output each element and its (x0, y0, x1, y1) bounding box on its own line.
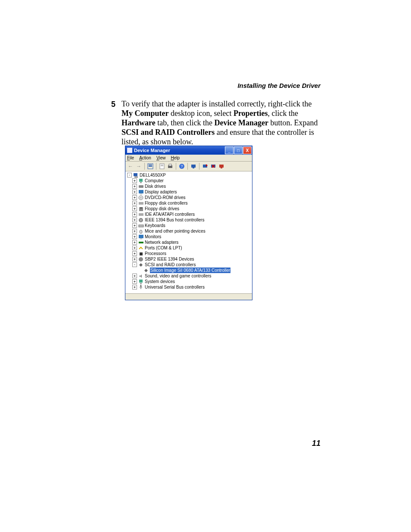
expand-icon[interactable]: + (132, 285, 137, 289)
tree-node-dvd[interactable]: +DVD/CD-ROM drives (127, 195, 250, 200)
document-page: Installing the Device Driver 5 To verify… (0, 0, 411, 532)
window-title: Device Manager (134, 148, 170, 153)
expand-icon[interactable]: + (132, 218, 137, 222)
tree-node-scsi[interactable]: -SCSI and RAID controllers (127, 262, 250, 268)
help-icon[interactable]: ? (178, 163, 185, 170)
forward-button[interactable]: → (135, 163, 142, 170)
label: Keyboards (145, 223, 165, 228)
expand-icon[interactable]: + (132, 246, 137, 250)
collapse-icon[interactable]: - (132, 262, 137, 267)
tree-node-ports[interactable]: +Ports (COM & LPT) (127, 245, 250, 251)
svg-point-39 (139, 257, 143, 261)
tree-node-monitors[interactable]: +Monitors (127, 234, 250, 240)
selected-device-label: Silicon Image SiI 0680 ATA/133 Controlle… (150, 268, 230, 273)
label: Display adapters (145, 189, 177, 195)
label: Monitors (145, 234, 161, 240)
bold-hardware: Hardware (121, 118, 156, 127)
expand-icon[interactable]: + (132, 223, 137, 228)
uninstall-icon[interactable] (210, 163, 217, 170)
svg-point-42 (140, 285, 141, 286)
expand-icon[interactable]: + (132, 240, 137, 245)
menu-file[interactable]: File (127, 156, 134, 160)
tree-node-fdd[interactable]: +Floppy disk drives (127, 206, 250, 212)
expand-icon[interactable]: + (132, 190, 137, 194)
maximize-button[interactable]: □ (234, 146, 243, 154)
device-icon[interactable] (190, 163, 197, 170)
tree-node-keyboards[interactable]: +Keyboards (127, 223, 250, 228)
svg-rect-1 (149, 165, 152, 165)
tree-node-computer[interactable]: +Computer (127, 178, 250, 184)
svg-text:Y: Y (140, 219, 142, 222)
tree-root[interactable]: - DELL4550XP (127, 172, 250, 178)
label: SBP2 IEEE 1394 Devices (145, 256, 194, 262)
collapse-icon[interactable]: - (127, 173, 132, 177)
expand-icon[interactable]: + (132, 212, 137, 217)
tree-node-processors[interactable]: +Processors (127, 251, 250, 256)
back-button[interactable]: ← (127, 163, 134, 170)
tree-node-sii-controller[interactable]: Silicon Image SiI 0680 ATA/133 Controlle… (127, 268, 250, 273)
svg-rect-18 (134, 173, 137, 176)
label: Network adapters (145, 240, 178, 245)
svg-rect-19 (134, 177, 138, 177)
expand-icon[interactable]: + (132, 257, 137, 261)
label: Computer (145, 178, 164, 184)
close-button[interactable]: X (243, 146, 252, 154)
expand-icon[interactable]: + (132, 178, 137, 183)
properties-icon[interactable] (159, 163, 165, 170)
label: Floppy disk controllers (145, 200, 187, 206)
network-icon (138, 240, 144, 245)
label: Processors (145, 251, 166, 256)
monitor-icon (138, 234, 144, 240)
expand-icon[interactable]: + (132, 229, 137, 233)
tree-node-display[interactable]: +Display adapters (127, 189, 250, 195)
menu-action[interactable]: Action (139, 156, 151, 160)
minimize-button[interactable]: _ (225, 146, 234, 154)
sound-icon (138, 274, 144, 279)
titlebar[interactable]: Device Manager _ □ X (125, 146, 252, 155)
expand-icon[interactable]: + (132, 251, 137, 256)
menu-view[interactable]: View (156, 156, 166, 160)
svg-rect-11 (193, 168, 194, 168)
tree-node-system[interactable]: +System devices (127, 279, 250, 284)
print-icon[interactable] (167, 163, 174, 170)
svg-rect-24 (140, 194, 142, 194)
svg-rect-17 (221, 168, 222, 168)
text: To verify that the adapter is installed … (121, 100, 311, 108)
computer-root-icon (133, 173, 139, 178)
expand-icon[interactable]: + (132, 279, 137, 284)
bold-device-manager: Device Manager (215, 118, 268, 127)
processor-icon (138, 251, 144, 256)
tree-node-usb[interactable]: +Universal Serial Bus controllers (127, 284, 250, 290)
label: IEEE 1394 Bus host controllers (145, 217, 204, 223)
usb-icon (138, 285, 144, 290)
expand-icon[interactable]: + (132, 206, 137, 211)
update-icon[interactable] (218, 163, 225, 170)
view-icon[interactable] (147, 163, 154, 170)
tree-node-fdc[interactable]: +Floppy disk controllers (127, 200, 250, 206)
expand-icon[interactable]: + (132, 274, 137, 278)
tree-node-disk[interactable]: +Disk drives (127, 184, 250, 189)
expand-icon[interactable]: + (132, 201, 137, 205)
expand-icon[interactable]: + (132, 184, 137, 189)
expand-icon[interactable]: + (132, 195, 137, 200)
menu-help[interactable]: Help (171, 156, 180, 160)
tree-node-mice[interactable]: +Mice and other pointing devices (127, 228, 250, 234)
menu-bar: File Action View Help (125, 155, 252, 162)
tree-node-ide[interactable]: +IDE ATA/ATAPI controllers (127, 212, 250, 217)
page-number: 11 (312, 439, 321, 448)
svg-rect-38 (140, 252, 143, 255)
text: , click the (268, 109, 298, 118)
app-icon (127, 148, 132, 153)
tree-node-sbp2[interactable]: +SBP2 IEEE 1394 Devices (127, 256, 250, 262)
label: SCSI and RAID controllers (145, 262, 196, 268)
label: Disk drives (145, 184, 166, 189)
tree-node-network[interactable]: +Network adapters (127, 240, 250, 245)
scan-icon[interactable] (202, 163, 209, 170)
tree-node-sound[interactable]: +Sound, video and game controllers (127, 273, 250, 279)
svg-rect-10 (191, 165, 196, 168)
expand-icon[interactable]: + (132, 234, 137, 239)
label: System devices (145, 279, 175, 284)
system-icon (138, 279, 144, 284)
tree-node-ieee[interactable]: +YIEEE 1394 Bus host controllers (127, 217, 250, 223)
svg-rect-40 (139, 280, 143, 283)
